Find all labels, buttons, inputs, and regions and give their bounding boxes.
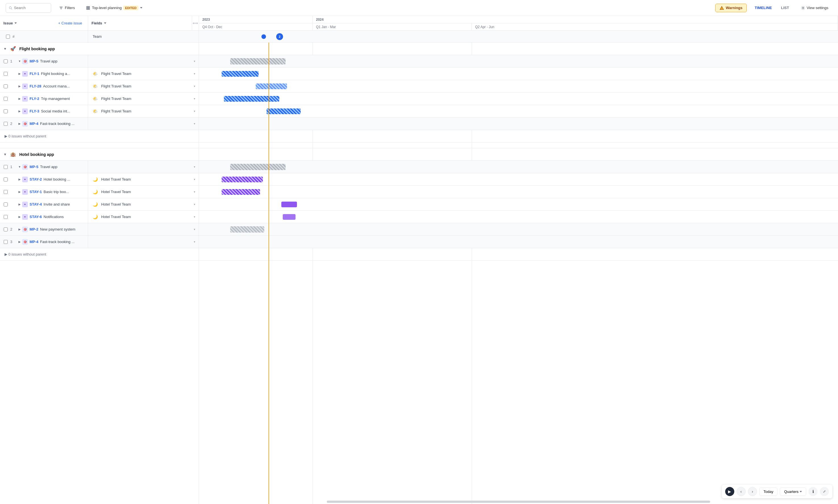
timeline-tab[interactable]: TIMELINE bbox=[750, 4, 776, 12]
child-stay1-id[interactable]: STAY-1 bbox=[30, 190, 42, 194]
warnings-button[interactable]: Warnings bbox=[715, 4, 747, 12]
child-fly3-issue-cell: ▶ ✦ FLY-3 Social media int... bbox=[0, 105, 88, 117]
child-stay2-id[interactable]: STAY-2 bbox=[30, 177, 42, 181]
top-level-chevron-icon bbox=[140, 7, 142, 8]
child-fly3-checkbox[interactable] bbox=[1, 109, 10, 113]
parent-mp4-hotel-expand[interactable]: ▶ bbox=[17, 240, 22, 244]
child-stay6-expand[interactable]: ▶ bbox=[17, 215, 22, 218]
parent-mp4-hotel-dropdown[interactable]: ▾ bbox=[194, 240, 195, 244]
parent-mp5-hotel-checkbox[interactable] bbox=[1, 165, 10, 169]
child-fly28-id[interactable]: FLY-28 bbox=[30, 84, 41, 88]
create-issue-button[interactable]: + Create issue bbox=[58, 21, 84, 25]
nav-expand-button[interactable]: ▶ bbox=[725, 487, 734, 496]
gantt-scrollbar[interactable] bbox=[327, 501, 710, 503]
view-settings-button[interactable]: View settings bbox=[797, 4, 832, 12]
info-button[interactable]: ℹ bbox=[808, 487, 818, 496]
bar-stay1[interactable] bbox=[222, 189, 260, 195]
resize-handle[interactable]: ⟺ bbox=[192, 16, 199, 30]
child-stay4-expand[interactable]: ▶ bbox=[17, 203, 22, 206]
fullscreen-button[interactable]: ⤢ bbox=[820, 487, 829, 496]
child-stay1-expand[interactable]: ▶ bbox=[17, 190, 22, 193]
parent-mp4-hotel-id[interactable]: MP-4 bbox=[30, 240, 38, 244]
parent-mp4-flight-field: ▾ bbox=[88, 118, 199, 130]
parent-mp4-flight-expand[interactable]: ▶ bbox=[17, 122, 22, 125]
parent-mp4-flight-id[interactable]: MP-4 bbox=[30, 122, 38, 126]
child-fly1-issue-cell: ▶ ✦ FLY-1 Flight booking a... bbox=[0, 68, 88, 80]
child-fly28-checkbox[interactable] bbox=[1, 84, 10, 88]
child-fly28-dropdown[interactable]: ▾ bbox=[194, 85, 195, 88]
top-level-planning-button[interactable]: Top-level planning EDITED bbox=[83, 4, 145, 12]
parent-mp5-flight-expand[interactable]: ▼ bbox=[17, 60, 22, 63]
parent-mp5-hotel-expand[interactable]: ▼ bbox=[17, 165, 22, 168]
bar-stay6[interactable] bbox=[283, 214, 296, 220]
parent-mp2-hotel-expand[interactable]: ▶ bbox=[17, 228, 22, 231]
child-fly3-field: 🌤️ Flight Travel Team ▾ bbox=[88, 105, 199, 117]
bar-fly28[interactable] bbox=[256, 84, 287, 89]
parent-mp2-hotel-id[interactable]: MP-2 bbox=[30, 227, 38, 231]
bar-stay4[interactable] bbox=[281, 202, 297, 207]
child-stay4-checkbox[interactable] bbox=[1, 202, 10, 206]
parent-mp5-flight-checkbox[interactable] bbox=[1, 59, 10, 63]
parent-mp5-flight-id[interactable]: MP-5 bbox=[30, 59, 38, 63]
bar-fly3[interactable] bbox=[266, 108, 301, 114]
bar-mp5-hotel[interactable] bbox=[230, 164, 285, 170]
child-fly2-checkbox[interactable] bbox=[1, 97, 10, 101]
parent-mp5-hotel-id[interactable]: MP-5 bbox=[30, 165, 38, 169]
select-all-checkbox[interactable] bbox=[3, 35, 13, 39]
today-button[interactable]: Today bbox=[759, 488, 778, 496]
child-fly2-dropdown[interactable]: ▾ bbox=[194, 97, 195, 100]
child-stay4-dropdown[interactable]: ▾ bbox=[194, 203, 195, 206]
child-stay1-title: Basic trip boo... bbox=[43, 190, 69, 194]
filters-button[interactable]: Filters bbox=[56, 4, 78, 12]
child-stay2-dropdown[interactable]: ▾ bbox=[194, 178, 195, 181]
child-stay6-id[interactable]: STAY-6 bbox=[30, 215, 42, 219]
group-flight-collapse[interactable]: ▼ bbox=[3, 47, 7, 51]
child-fly2-id[interactable]: FLY-2 bbox=[30, 96, 39, 101]
child-fly3-id[interactable]: FLY-3 bbox=[30, 109, 39, 113]
bar-mp5-flight[interactable] bbox=[230, 58, 285, 65]
bar-mp2-hotel[interactable] bbox=[230, 226, 264, 233]
list-tab[interactable]: LIST bbox=[776, 4, 793, 12]
child-fly3-expand[interactable]: ▶ bbox=[17, 110, 22, 113]
parent-mp5-hotel-dropdown[interactable]: ▾ bbox=[194, 165, 195, 168]
child-stay4-id[interactable]: STAY-4 bbox=[30, 202, 42, 206]
child-stay1-checkbox[interactable] bbox=[1, 190, 10, 194]
parent-mp5-flight-dropdown[interactable]: ▾ bbox=[194, 60, 195, 63]
child-fly1-checkbox[interactable] bbox=[1, 72, 10, 76]
nav-next-button[interactable]: › bbox=[748, 487, 757, 496]
parent-mp4-flight-checkbox[interactable] bbox=[1, 122, 10, 126]
parent-mp4-flight-dropdown[interactable]: ▾ bbox=[194, 122, 195, 125]
search-input[interactable] bbox=[14, 6, 48, 10]
child-fly3-dropdown[interactable]: ▾ bbox=[194, 110, 195, 113]
bar-fly1[interactable] bbox=[222, 71, 259, 77]
child-fly2-expand[interactable]: ▶ bbox=[17, 97, 22, 100]
child-stay2-checkbox[interactable] bbox=[1, 178, 10, 181]
quarters-button[interactable]: Quarters bbox=[780, 488, 806, 496]
bar-fly2[interactable] bbox=[224, 96, 279, 102]
child-stay1-icon: ✦ bbox=[22, 189, 28, 195]
child-stay1-dropdown[interactable]: ▾ bbox=[194, 190, 195, 193]
child-fly1-expand[interactable]: ▶ bbox=[17, 72, 22, 75]
parent-mp4-hotel-checkbox[interactable] bbox=[1, 240, 10, 244]
nav-prev-button[interactable]: ‹ bbox=[736, 487, 746, 496]
child-stay2: ▶ ✦ STAY-2 Hotel booking ... 🌙 Hotel Tra… bbox=[0, 173, 199, 186]
child-stay6-checkbox[interactable] bbox=[1, 215, 10, 219]
left-panel: ▼ 🚀 Flight booking app 1 ▼ 🎯 MP-5 Travel… bbox=[0, 42, 199, 504]
search-box[interactable] bbox=[6, 3, 51, 13]
child-stay6-dropdown[interactable]: ▾ bbox=[194, 215, 195, 218]
child-fly1-id[interactable]: FLY-1 bbox=[30, 72, 39, 76]
gantt-row-fly2 bbox=[199, 93, 838, 105]
parent-mp2-hotel-checkbox[interactable] bbox=[1, 228, 10, 231]
flight-group-title: Flight booking app bbox=[19, 47, 55, 51]
flight-group-emoji: 🚀 bbox=[9, 45, 17, 53]
group-hotel-collapse[interactable]: ▼ bbox=[3, 152, 7, 157]
year-2024: 2024 bbox=[313, 16, 838, 23]
child-fly28-expand[interactable]: ▶ bbox=[17, 85, 22, 88]
parent-mp5-flight-field: ▾ bbox=[88, 55, 199, 67]
parent-mp2-hotel-dropdown[interactable]: ▾ bbox=[194, 228, 195, 231]
parent-mp4-flight: 2 ▶ 🎯 MP-4 Fast-track booking ... ▾ bbox=[0, 118, 199, 130]
bar-stay2[interactable] bbox=[222, 177, 263, 182]
parent-mp5-flight: 1 ▼ 🎯 MP-5 Travel app ▾ bbox=[0, 55, 199, 68]
child-fly1-dropdown[interactable]: ▾ bbox=[194, 72, 195, 75]
child-stay2-expand[interactable]: ▶ bbox=[17, 178, 22, 181]
